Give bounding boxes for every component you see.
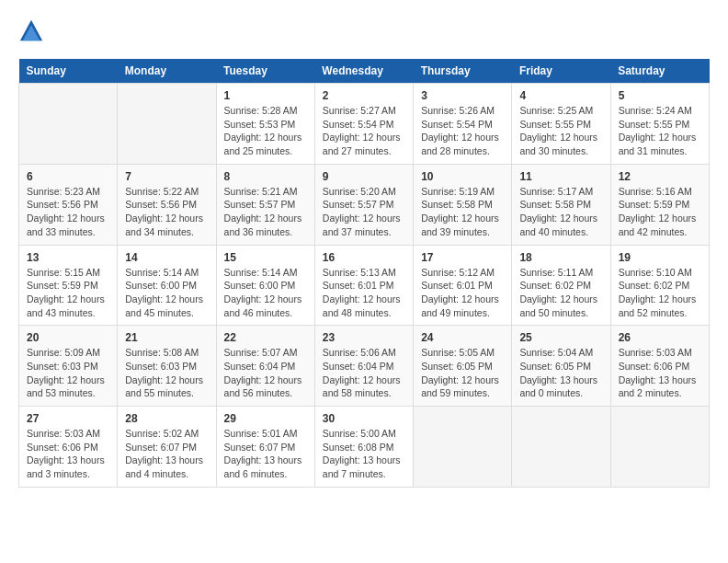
weekday-header: Saturday: [610, 59, 709, 84]
day-number: 26: [619, 331, 701, 344]
day-number: 25: [519, 331, 602, 344]
calendar-cell: [118, 84, 216, 165]
day-info: Sunrise: 5:16 AM Sunset: 5:59 PM Dayligh…: [619, 185, 701, 239]
calendar-cell: 27Sunrise: 5:03 AM Sunset: 6:06 PM Dayli…: [19, 407, 118, 488]
calendar-cell: 4Sunrise: 5:25 AM Sunset: 5:55 PM Daylig…: [512, 84, 610, 165]
logo: [18, 18, 50, 44]
calendar-cell: 5Sunrise: 5:24 AM Sunset: 5:55 PM Daylig…: [610, 84, 709, 165]
day-number: 8: [224, 170, 307, 183]
calendar-cell: 26Sunrise: 5:03 AM Sunset: 6:06 PM Dayli…: [610, 326, 709, 407]
calendar-cell: 8Sunrise: 5:21 AM Sunset: 5:57 PM Daylig…: [216, 164, 314, 245]
calendar-week-row: 6Sunrise: 5:23 AM Sunset: 5:56 PM Daylig…: [19, 164, 710, 245]
day-number: 15: [224, 251, 307, 264]
calendar-week-row: 13Sunrise: 5:15 AM Sunset: 5:59 PM Dayli…: [19, 245, 710, 326]
day-info: Sunrise: 5:20 AM Sunset: 5:57 PM Dayligh…: [323, 185, 405, 239]
day-info: Sunrise: 5:15 AM Sunset: 5:59 PM Dayligh…: [27, 266, 109, 320]
day-number: 9: [323, 170, 405, 183]
day-number: 6: [27, 170, 109, 183]
day-info: Sunrise: 5:24 AM Sunset: 5:55 PM Dayligh…: [619, 104, 701, 158]
day-number: 4: [519, 89, 602, 102]
calendar-cell: 12Sunrise: 5:16 AM Sunset: 5:59 PM Dayli…: [610, 164, 709, 245]
day-info: Sunrise: 5:11 AM Sunset: 6:02 PM Dayligh…: [519, 266, 602, 320]
day-number: 5: [619, 89, 701, 102]
day-info: Sunrise: 5:10 AM Sunset: 6:02 PM Dayligh…: [619, 266, 701, 320]
weekday-header: Friday: [512, 59, 610, 84]
day-info: Sunrise: 5:04 AM Sunset: 6:05 PM Dayligh…: [519, 346, 602, 400]
day-info: Sunrise: 5:22 AM Sunset: 5:56 PM Dayligh…: [125, 185, 208, 239]
day-number: 11: [519, 170, 602, 183]
calendar-cell: 1Sunrise: 5:28 AM Sunset: 5:53 PM Daylig…: [216, 84, 314, 165]
day-info: Sunrise: 5:06 AM Sunset: 6:04 PM Dayligh…: [323, 346, 405, 400]
day-info: Sunrise: 5:00 AM Sunset: 6:08 PM Dayligh…: [323, 427, 405, 481]
day-number: 30: [323, 412, 405, 425]
day-number: 3: [421, 89, 504, 102]
day-info: Sunrise: 5:28 AM Sunset: 5:53 PM Dayligh…: [224, 104, 307, 158]
day-number: 16: [323, 251, 405, 264]
logo-icon: [18, 18, 44, 44]
day-number: 7: [125, 170, 208, 183]
day-info: Sunrise: 5:26 AM Sunset: 5:54 PM Dayligh…: [421, 104, 504, 158]
calendar-cell: 24Sunrise: 5:05 AM Sunset: 6:05 PM Dayli…: [414, 326, 512, 407]
day-number: 2: [323, 89, 405, 102]
day-number: 24: [421, 331, 504, 344]
day-info: Sunrise: 5:03 AM Sunset: 6:06 PM Dayligh…: [27, 427, 109, 481]
calendar-cell: 23Sunrise: 5:06 AM Sunset: 6:04 PM Dayli…: [314, 326, 413, 407]
day-number: 13: [27, 251, 109, 264]
day-info: Sunrise: 5:14 AM Sunset: 6:00 PM Dayligh…: [125, 266, 208, 320]
day-number: 10: [421, 170, 504, 183]
calendar-cell: 30Sunrise: 5:00 AM Sunset: 6:08 PM Dayli…: [314, 407, 413, 488]
day-info: Sunrise: 5:03 AM Sunset: 6:06 PM Dayligh…: [619, 346, 701, 400]
day-number: 20: [27, 331, 109, 344]
day-info: Sunrise: 5:08 AM Sunset: 6:03 PM Dayligh…: [125, 346, 208, 400]
day-number: 23: [323, 331, 405, 344]
calendar-cell: 15Sunrise: 5:14 AM Sunset: 6:00 PM Dayli…: [216, 245, 314, 326]
weekday-header: Monday: [118, 59, 216, 84]
calendar-cell: 13Sunrise: 5:15 AM Sunset: 5:59 PM Dayli…: [19, 245, 118, 326]
day-info: Sunrise: 5:25 AM Sunset: 5:55 PM Dayligh…: [519, 104, 602, 158]
day-number: 28: [125, 412, 208, 425]
day-info: Sunrise: 5:02 AM Sunset: 6:07 PM Dayligh…: [125, 427, 208, 481]
calendar-cell: [610, 407, 709, 488]
day-number: 17: [421, 251, 504, 264]
calendar-header-row: SundayMondayTuesdayWednesdayThursdayFrid…: [19, 59, 710, 84]
day-number: 19: [619, 251, 701, 264]
calendar-cell: 6Sunrise: 5:23 AM Sunset: 5:56 PM Daylig…: [19, 164, 118, 245]
calendar-week-row: 1Sunrise: 5:28 AM Sunset: 5:53 PM Daylig…: [19, 84, 710, 165]
day-number: 29: [224, 412, 307, 425]
calendar-week-row: 27Sunrise: 5:03 AM Sunset: 6:06 PM Dayli…: [19, 407, 710, 488]
day-info: Sunrise: 5:14 AM Sunset: 6:00 PM Dayligh…: [224, 266, 307, 320]
weekday-header: Sunday: [19, 59, 118, 84]
calendar-cell: 22Sunrise: 5:07 AM Sunset: 6:04 PM Dayli…: [216, 326, 314, 407]
calendar-cell: 21Sunrise: 5:08 AM Sunset: 6:03 PM Dayli…: [118, 326, 216, 407]
calendar-cell: 28Sunrise: 5:02 AM Sunset: 6:07 PM Dayli…: [118, 407, 216, 488]
calendar-cell: 19Sunrise: 5:10 AM Sunset: 6:02 PM Dayli…: [610, 245, 709, 326]
day-info: Sunrise: 5:13 AM Sunset: 6:01 PM Dayligh…: [323, 266, 405, 320]
day-number: 12: [619, 170, 701, 183]
calendar-cell: 10Sunrise: 5:19 AM Sunset: 5:58 PM Dayli…: [414, 164, 512, 245]
weekday-header: Wednesday: [314, 59, 413, 84]
calendar-cell: 7Sunrise: 5:22 AM Sunset: 5:56 PM Daylig…: [118, 164, 216, 245]
day-number: 1: [224, 89, 307, 102]
day-info: Sunrise: 5:17 AM Sunset: 5:58 PM Dayligh…: [519, 185, 602, 239]
calendar-table: SundayMondayTuesdayWednesdayThursdayFrid…: [18, 59, 710, 488]
day-info: Sunrise: 5:12 AM Sunset: 6:01 PM Dayligh…: [421, 266, 504, 320]
day-number: 14: [125, 251, 208, 264]
calendar-cell: 16Sunrise: 5:13 AM Sunset: 6:01 PM Dayli…: [314, 245, 413, 326]
weekday-header: Thursday: [414, 59, 512, 84]
day-number: 22: [224, 331, 307, 344]
calendar-cell: 14Sunrise: 5:14 AM Sunset: 6:00 PM Dayli…: [118, 245, 216, 326]
calendar-cell: [512, 407, 610, 488]
calendar-cell: 2Sunrise: 5:27 AM Sunset: 5:54 PM Daylig…: [314, 84, 413, 165]
calendar-cell: 17Sunrise: 5:12 AM Sunset: 6:01 PM Dayli…: [414, 245, 512, 326]
day-number: 18: [519, 251, 602, 264]
weekday-header: Tuesday: [216, 59, 314, 84]
page-header: [18, 18, 710, 44]
day-info: Sunrise: 5:07 AM Sunset: 6:04 PM Dayligh…: [224, 346, 307, 400]
day-number: 21: [125, 331, 208, 344]
day-info: Sunrise: 5:09 AM Sunset: 6:03 PM Dayligh…: [27, 346, 109, 400]
calendar-cell: 25Sunrise: 5:04 AM Sunset: 6:05 PM Dayli…: [512, 326, 610, 407]
calendar-cell: 29Sunrise: 5:01 AM Sunset: 6:07 PM Dayli…: [216, 407, 314, 488]
day-info: Sunrise: 5:23 AM Sunset: 5:56 PM Dayligh…: [27, 185, 109, 239]
day-info: Sunrise: 5:27 AM Sunset: 5:54 PM Dayligh…: [323, 104, 405, 158]
calendar-cell: 11Sunrise: 5:17 AM Sunset: 5:58 PM Dayli…: [512, 164, 610, 245]
